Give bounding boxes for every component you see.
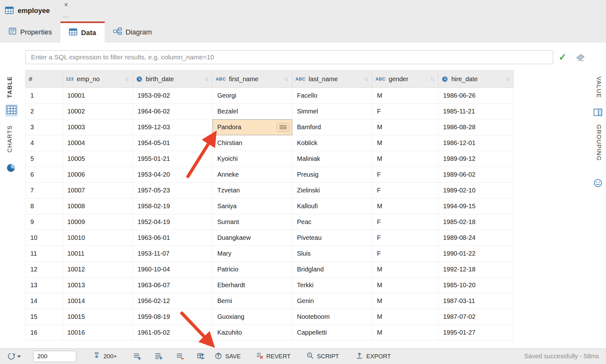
revert-button[interactable]: REVERT (256, 349, 291, 364)
row-number-cell[interactable]: 10 (26, 230, 63, 246)
row-number-cell[interactable]: 11 (26, 246, 63, 262)
data-cell[interactable]: 1959-12-03 (133, 119, 213, 135)
data-cell[interactable]: 10010 (63, 230, 133, 246)
data-cell[interactable]: 1986-12-01 (438, 135, 514, 151)
data-cell[interactable]: 1958-02-19 (133, 198, 213, 214)
data-cell[interactable]: M (372, 262, 438, 277)
tab-data[interactable]: Data (60, 21, 105, 43)
data-cell[interactable]: Cappelletti (292, 325, 372, 341)
data-cell[interactable]: Tzvetan (213, 183, 292, 198)
data-cell[interactable]: F (372, 214, 438, 230)
data-cell[interactable]: 10009 (63, 214, 133, 230)
data-cell[interactable]: 10007 (63, 183, 133, 198)
row-number-cell[interactable]: 9 (26, 214, 63, 230)
data-cell[interactable]: Kalloufi (292, 198, 372, 214)
data-cell[interactable]: Patricio (213, 262, 292, 277)
data-cell[interactable]: Bezalel (213, 104, 292, 119)
rail-charts-label[interactable]: CHARTS (6, 125, 13, 153)
data-cell[interactable]: 1986-08-28 (438, 119, 514, 135)
data-cell[interactable]: Mary (213, 246, 292, 262)
pie-chart-icon[interactable] (6, 163, 15, 174)
row-number-cell[interactable]: 4 (26, 135, 63, 151)
rail-value-label[interactable]: VALUE (595, 76, 602, 98)
data-cell[interactable]: 1985-11-21 (438, 104, 514, 119)
data-cell[interactable]: M (372, 88, 438, 104)
grouping-panel-icon[interactable] (594, 179, 602, 189)
data-cell[interactable]: 10008 (63, 198, 133, 214)
data-cell[interactable]: Guoxiang (213, 309, 292, 325)
row-number-cell[interactable]: 6 (26, 167, 63, 183)
tab-diagram[interactable]: Diagram (105, 21, 160, 43)
data-cell[interactable]: Simmel (292, 104, 372, 119)
tab-properties[interactable]: Properties (0, 21, 60, 43)
sort-icon[interactable]: ↑↓ (284, 76, 289, 82)
tab-overflow-icon[interactable]: … (63, 12, 69, 19)
row-number-cell[interactable]: 5 (26, 151, 63, 167)
data-cell[interactable]: M (372, 325, 438, 341)
data-cell[interactable]: Georgi (213, 88, 292, 104)
data-cell[interactable]: 1954-05-01 (133, 135, 213, 151)
grid-presentation-icon[interactable] (5, 104, 18, 117)
column-header-birth_date[interactable]: birth_date↑↓ (133, 70, 213, 88)
auto-refresh-button[interactable] (7, 349, 22, 364)
column-header-last_name[interactable]: ABClast_name↑↓ (292, 70, 372, 88)
refresh-grid-button[interactable] (197, 349, 205, 364)
data-cell[interactable]: Kyoichi (213, 151, 292, 167)
data-cell[interactable]: Maliniak (292, 151, 372, 167)
data-cell[interactable]: 1953-04-20 (133, 167, 213, 183)
row-number-cell[interactable]: 13 (26, 277, 63, 293)
export-button[interactable]: EXPORT (356, 349, 391, 364)
add-row-button[interactable] (133, 349, 141, 364)
row-number-cell[interactable]: 3 (26, 119, 63, 135)
data-cell[interactable]: Piveteau (292, 230, 372, 246)
data-cell[interactable]: M (372, 277, 438, 293)
column-header-first_name[interactable]: ABCfirst_name↑↓ (213, 70, 292, 88)
data-cell[interactable]: 10012 (63, 262, 133, 277)
data-cell[interactable]: Terkki (292, 277, 372, 293)
data-cell[interactable]: 1989-08-24 (438, 230, 514, 246)
data-cell[interactable]: 1960-10-04 (133, 262, 213, 277)
data-cell[interactable]: Genin (292, 293, 372, 309)
data-cell[interactable]: F (372, 246, 438, 262)
data-cell[interactable]: F (372, 230, 438, 246)
data-cell[interactable]: 1989-09-12 (438, 151, 514, 167)
delete-row-button[interactable] (176, 349, 184, 364)
data-cell[interactable]: 1953-09-02 (133, 88, 213, 104)
sort-icon[interactable]: ↑↓ (125, 76, 129, 82)
data-cell[interactable]: M (372, 135, 438, 151)
data-cell[interactable]: 10006 (63, 167, 133, 183)
data-cell[interactable]: 1989-02-10 (438, 183, 514, 198)
data-cell[interactable]: Kazuhito (213, 325, 292, 341)
data-cell[interactable]: 10011 (63, 246, 133, 262)
data-cell[interactable]: 1990-01-22 (438, 246, 514, 262)
data-cell[interactable]: Zielinski (292, 183, 372, 198)
data-cell[interactable]: 10003 (63, 119, 133, 135)
data-cell[interactable]: Sluis (292, 246, 372, 262)
column-header-hire_date[interactable]: hire_date↑↓ (438, 70, 514, 88)
data-cell[interactable]: 1956-02-12 (133, 293, 213, 309)
tab-employee[interactable]: employee (0, 0, 63, 21)
eraser-icon[interactable] (576, 53, 585, 63)
data-cell[interactable]: M (372, 151, 438, 167)
data-cell[interactable]: 10015 (63, 309, 133, 325)
save-button[interactable]: SAVE (214, 349, 241, 364)
data-cell[interactable]: 1961-05-02 (133, 325, 213, 341)
column-header-emp_no[interactable]: 123emp_no↑↓ (63, 70, 133, 88)
data-cell[interactable]: 1985-10-20 (438, 277, 514, 293)
data-cell[interactable]: 10005 (63, 151, 133, 167)
data-cell[interactable]: 1987-03-11 (438, 293, 514, 309)
row-number-cell[interactable]: 7 (26, 183, 63, 198)
data-cell[interactable]: M (372, 293, 438, 309)
data-cell[interactable]: Facello (292, 88, 372, 104)
data-cell[interactable]: Preusig (292, 167, 372, 183)
data-cell[interactable]: 1963-06-01 (133, 230, 213, 246)
duplicate-row-button[interactable] (154, 349, 163, 364)
data-cell[interactable]: 10013 (63, 277, 133, 293)
data-cell[interactable]: 1953-11-07 (133, 246, 213, 262)
column-header-gender[interactable]: ABCgender↑↓ (372, 70, 438, 88)
apply-filter-icon[interactable]: ✓ (559, 52, 566, 63)
data-cell[interactable]: M (372, 198, 438, 214)
data-cell[interactable]: Eberhardt (213, 277, 292, 293)
data-cell[interactable]: Pandora (213, 119, 292, 135)
data-cell[interactable]: Sumant (213, 214, 292, 230)
